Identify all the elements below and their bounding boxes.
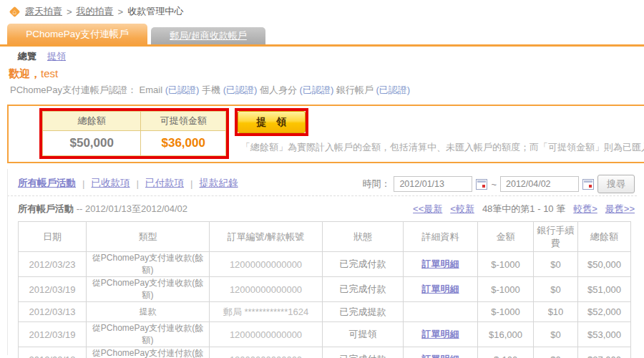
header-amount: 金額 [478, 222, 534, 252]
cell-order: 12000000000000 [210, 322, 323, 347]
activity-filter-links: 所有帳戶活動 | 已收款項 | 已付款項 | 提款紀錄 [18, 177, 238, 190]
breadcrumb-current: 收款管理中心 [127, 5, 183, 18]
cell-date: 2012/03/23 [19, 252, 87, 277]
time-label: 時間： [362, 178, 390, 190]
cell-date: 2012/03/18 [19, 347, 87, 358]
cell-type: 從PChomePay支付連付款(餘額) [87, 347, 210, 358]
tilde-separator: ~ [491, 179, 497, 190]
cell-type: 提款 [87, 302, 210, 322]
total-balance-header: 總餘額 [43, 112, 141, 131]
order-detail-link[interactable]: 訂單明細 [422, 354, 459, 358]
cell-status: 可提領 [323, 322, 404, 347]
breadcrumb-separator: > [118, 6, 124, 17]
home-icon[interactable]: ⌂ [9, 6, 21, 18]
withdraw-button[interactable]: 提 領 [238, 111, 306, 133]
verify-bank-status: (已認證) [376, 84, 411, 95]
header-detail: 詳細資料 [404, 222, 478, 252]
calendar-icon[interactable] [582, 179, 594, 190]
pagination: <<最新 <較新 48筆中的第1 - 10 筆 較舊> 最舊>> [413, 203, 635, 216]
date-filter: 時間： ~ 搜尋 [362, 175, 635, 193]
cell-order: 郵局 ************1624 [210, 302, 323, 322]
cell-amount: $16,000 [478, 322, 534, 347]
cell-date: 2012/03/19 [19, 322, 87, 347]
pagination-info: 48筆中的第1 - 10 筆 [482, 203, 565, 216]
breadcrumb: ⌂ 露天拍賣 > 我的拍賣 > 收款管理中心 [9, 5, 183, 18]
dashed-divider [7, 195, 637, 196]
cell-fee: $10 [534, 302, 578, 322]
cell-amount: $-1000 [478, 252, 534, 277]
tab-underline [0, 44, 644, 47]
table-row: 2012/03/13 提款 郵局 ************1624 已完成提款 … [19, 302, 631, 322]
subnav: 總覽 提領 [18, 50, 66, 63]
summary-range: -- 2012/01/13至2012/04/02 [77, 203, 187, 214]
cell-fee: $0 [534, 347, 578, 358]
pagination-oldest[interactable]: 最舊>> [605, 203, 635, 216]
header-order-number: 訂單編號/解款帳號 [210, 222, 323, 252]
tab-pchomepay-account[interactable]: PChomePay支付連帳戶 [7, 24, 147, 44]
cell-status: 已完成付款 [323, 252, 404, 277]
table-row: 2012/03/19 從PChomePay支付連收款(餘額) 120000000… [19, 322, 631, 347]
cell-type: 從PChomePay支付連收款(餘額) [87, 252, 210, 277]
date-from-input[interactable] [394, 176, 472, 192]
header-type: 類型 [87, 222, 210, 252]
balance-note: 「總餘額」為實際計入帳戶的金額，包括清算中、未匯入帳戶的額度；而「可提領金額」則… [241, 141, 644, 154]
cell-order: 12000000000000 [210, 252, 323, 277]
verify-identity-label: 個人身分 [260, 84, 297, 95]
cell-amount: $-100 [478, 347, 534, 358]
tab-post-store-account[interactable]: 郵局/超商收款帳戶 [151, 27, 265, 44]
cell-amount: $-1000 [478, 302, 534, 322]
cell-fee: $0 [534, 322, 578, 347]
cell-balance: $37,000 [578, 347, 631, 358]
header-date: 日期 [19, 222, 87, 252]
filter-paid[interactable]: 已付款項 [145, 177, 184, 190]
cell-amount: $-1000 [478, 277, 534, 302]
withdrawable-value: $36,000 [141, 131, 226, 156]
table-row: 2012/03/18 從PChomePay支付連付款(餘額) 120000000… [19, 347, 631, 358]
calendar-icon[interactable] [476, 179, 487, 190]
filter-received[interactable]: 已收款項 [92, 177, 130, 190]
date-to-input[interactable] [500, 176, 579, 192]
table-header-row: 日期 類型 訂單編號/解款帳號 狀態 詳細資料 金額 銀行手續費 總餘額 [19, 222, 631, 252]
breadcrumb-link-my-auction[interactable]: 我的拍賣 [77, 5, 114, 18]
table-row: 2012/03/19 從PChomePay支付連收款(餘額) 120000000… [19, 277, 631, 302]
subnav-withdraw[interactable]: 提領 [47, 50, 66, 63]
cell-fee: $0 [534, 252, 578, 277]
filter-withdraw-record[interactable]: 提款紀錄 [200, 177, 238, 190]
order-detail-link[interactable]: 訂單明細 [422, 284, 459, 294]
order-detail-link[interactable]: 訂單明細 [422, 329, 459, 339]
pagination-newer[interactable]: <較新 [450, 203, 474, 216]
filter-separator: | [190, 178, 193, 189]
transactions-table: 日期 類型 訂單編號/解款帳號 狀態 詳細資料 金額 銀行手續費 總餘額 201… [18, 221, 631, 358]
verify-phone-label: 手機 [202, 84, 220, 95]
pagination-older[interactable]: 較舊> [573, 203, 597, 216]
cell-type: 從PChomePay支付連收款(餘額) [87, 277, 210, 302]
withdraw-annotation-box: 提 領 [235, 108, 308, 136]
cell-status: 已完成付款 [323, 347, 404, 358]
cell-fee: $0 [534, 277, 578, 302]
table-row: 2012/03/23 從PChomePay支付連收款(餘額) 120000000… [19, 252, 631, 277]
verify-email-status: (已認證) [165, 84, 200, 95]
balance-table: 總餘額 可提領金額 $50,000 $36,000 [42, 111, 226, 156]
filter-separator: | [82, 178, 85, 189]
cell-balance: $53,000 [578, 322, 631, 347]
breadcrumb-link-ruten[interactable]: 露天拍賣 [25, 5, 62, 18]
search-button[interactable]: 搜尋 [597, 175, 635, 193]
cell-date: 2012/03/19 [19, 277, 87, 302]
header-total-balance: 總餘額 [578, 222, 631, 252]
result-summary: 所有帳戶活動 -- 2012/01/13至2012/04/02 [18, 203, 187, 216]
cell-detail-empty [404, 302, 478, 322]
filter-all-activity[interactable]: 所有帳戶活動 [18, 177, 76, 190]
cell-order: 12000000000000 [210, 277, 323, 302]
cell-status: 已完成提款 [323, 302, 404, 322]
verify-email-label: Email [140, 84, 163, 95]
cell-balance: $50,000 [578, 252, 631, 277]
cell-date: 2012/03/13 [19, 302, 87, 322]
order-detail-link[interactable]: 訂單明細 [422, 258, 459, 269]
verification-prefix: PChomePay支付連帳戶認證： [10, 84, 137, 95]
verify-identity-status: (已認證) [300, 84, 334, 95]
subnav-overview[interactable]: 總覽 [18, 50, 36, 63]
pagination-newest[interactable]: <<最新 [413, 203, 442, 216]
welcome-username: test [41, 67, 58, 79]
header-bank-fee: 銀行手續費 [534, 222, 578, 252]
verification-line: PChomePay支付連帳戶認證： Email (已認證) 手機 (已認證) 個… [10, 84, 410, 97]
